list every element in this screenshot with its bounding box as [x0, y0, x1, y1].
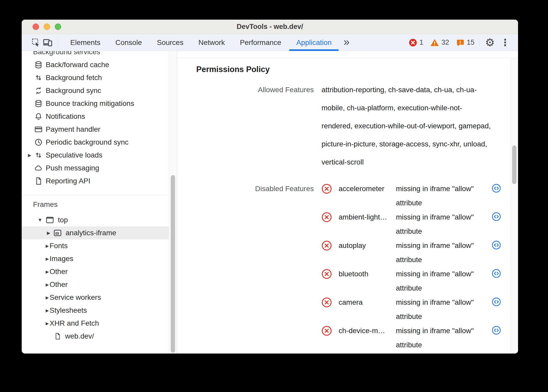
- settings-gear-icon[interactable]: ⚙: [482, 34, 498, 51]
- minimize-window-button[interactable]: [44, 23, 50, 30]
- expand-triangle-icon[interactable]: ▶: [45, 256, 50, 261]
- blocked-icon: [322, 326, 332, 336]
- tab-elements[interactable]: Elements: [63, 34, 107, 51]
- sidebar-item-label: Push messaging: [46, 164, 99, 172]
- frames-tree-item-other[interactable]: ▶Other: [22, 265, 169, 278]
- permissions-policy-panel: Permissions Policy Allowed Features attr…: [177, 51, 518, 354]
- tab-performance[interactable]: Performance: [233, 34, 288, 51]
- view-source-icon[interactable]: [492, 184, 501, 193]
- window-title: DevTools - web.dev/: [22, 23, 518, 31]
- view-source-icon[interactable]: [492, 297, 501, 307]
- error-badge[interactable]: 1: [406, 38, 425, 47]
- frames-tree-item-service-workers[interactable]: ▶Service workers: [22, 291, 169, 304]
- frames-tree-item-web-dev-[interactable]: web.dev/: [22, 330, 169, 343]
- permissions-report: Allowed Features attribution-reporting, …: [196, 81, 511, 354]
- tab-sources[interactable]: Sources: [150, 34, 190, 51]
- sidebar-item-reporting-api[interactable]: Reporting API: [22, 175, 169, 187]
- sidebar-item-speculative-loads[interactable]: ▶Speculative loads: [22, 149, 169, 162]
- feature-name: ambient-light…: [339, 210, 396, 224]
- frames-tree-item-fonts[interactable]: ▶Fonts: [22, 239, 169, 252]
- database-icon: [34, 60, 43, 69]
- toolbar-divider: [479, 38, 479, 47]
- blocked-icon: [322, 184, 332, 194]
- tab-label: Sources: [157, 38, 183, 47]
- blocked-icon: [322, 269, 332, 279]
- panel-scrollbar[interactable]: [510, 58, 518, 354]
- sidebar-item-push-messaging[interactable]: Push messaging: [22, 162, 169, 175]
- sidebar-item-background-sync[interactable]: Background sync: [22, 84, 169, 97]
- sidebar-item-payment-handler[interactable]: Payment handler: [22, 123, 169, 136]
- expand-triangle-icon[interactable]: ▶: [45, 321, 50, 326]
- view-source-icon[interactable]: [492, 269, 501, 278]
- disabled-features-list: accelerometermissing in iframe "allow" a…: [322, 182, 511, 354]
- view-source-icon[interactable]: [492, 326, 501, 335]
- toolbar-divider: [58, 38, 58, 47]
- device-toolbar-icon[interactable]: [42, 34, 53, 51]
- collapse-triangle-icon[interactable]: ▼: [37, 217, 43, 223]
- tab-label: Performance: [240, 38, 281, 47]
- expand-triangle-icon[interactable]: ▶: [45, 308, 50, 313]
- feature-status: missing in iframe "allow" attribute: [396, 182, 474, 210]
- view-source-icon[interactable]: [492, 212, 501, 221]
- close-window-button[interactable]: [33, 23, 39, 30]
- issues-icon: [456, 38, 465, 47]
- sidebar-item-back-forward-cache[interactable]: Back/forward cache: [22, 58, 169, 71]
- sidebar-item-notifications[interactable]: Notifications: [22, 110, 169, 123]
- sidebar-item-label: Notifications: [46, 112, 85, 121]
- warning-count: 32: [441, 38, 449, 46]
- frames-tree-item-stylesheets[interactable]: ▶Stylesheets: [22, 304, 169, 317]
- expand-triangle-icon[interactable]: ▶: [28, 153, 34, 158]
- page-title: Permissions Policy: [196, 65, 511, 74]
- kebab-menu-icon[interactable]: ⋮: [498, 34, 512, 51]
- window-titlebar: DevTools - web.dev/: [22, 20, 518, 34]
- expand-triangle-icon[interactable]: ▶: [45, 269, 50, 274]
- tab-label: Application: [296, 38, 332, 47]
- devtools-window: DevTools - web.dev/ ElementsConsoleSourc…: [22, 20, 518, 354]
- sidebar-item-background-fetch[interactable]: Background fetch: [22, 71, 169, 84]
- disabled-feature-row: cameramissing in iframe "allow" attribut…: [322, 295, 511, 324]
- devtools-body: Background services Back/forward cacheBa…: [22, 51, 518, 354]
- tab-console[interactable]: Console: [108, 34, 149, 51]
- expand-triangle-icon[interactable]: ▶: [45, 295, 50, 300]
- sidebar-item-label: Bounce tracking mitigations: [46, 99, 134, 108]
- issue-count: 15: [467, 38, 474, 46]
- tab-label: Elements: [70, 38, 100, 47]
- sidebar-section-divider: [22, 195, 169, 195]
- frames-tree-item-top[interactable]: ▼ top: [22, 214, 169, 226]
- frames-tree-item-analytics-iframe[interactable]: ▶ analytics-iframe: [22, 226, 169, 239]
- panel-scrollbar-thumb[interactable]: [512, 145, 516, 184]
- more-tabs-icon[interactable]: [339, 34, 354, 51]
- sync-icon: [34, 86, 43, 95]
- tab-network[interactable]: Network: [191, 34, 232, 51]
- expand-triangle-icon[interactable]: ▶: [45, 282, 50, 287]
- warning-badge[interactable]: 32: [428, 38, 451, 47]
- tab-application[interactable]: Application: [289, 34, 339, 51]
- blocked-icon: [322, 240, 332, 251]
- tab-label: Console: [115, 38, 142, 47]
- sidebar-item-periodic-background-sync[interactable]: Periodic background sync: [22, 136, 169, 149]
- feature-status: missing in iframe "allow" attribute: [396, 295, 474, 324]
- frames-tree-item-other[interactable]: ▶Other: [22, 278, 169, 291]
- feature-name: bluetooth: [339, 267, 396, 281]
- view-source-icon[interactable]: [492, 240, 501, 250]
- blocked-icon: [322, 297, 332, 308]
- issues-badge[interactable]: 15: [454, 38, 476, 47]
- inspect-icon[interactable]: [30, 34, 42, 51]
- sidebar-item-bounce-tracking-mitigations[interactable]: Bounce tracking mitigations: [22, 97, 169, 110]
- disabled-features-label: Disabled Features: [196, 182, 314, 354]
- blocked-icon: [322, 212, 332, 222]
- tree-item-label: XHR and Fetch: [50, 319, 99, 327]
- sidebar-scrollbar[interactable]: [169, 51, 177, 354]
- sidebar-scrollbar-thumb[interactable]: [171, 175, 175, 353]
- sidebar-item-label: Background fetch: [46, 74, 102, 82]
- frames-tree-item-xhr-and-fetch[interactable]: ▶XHR and Fetch: [22, 317, 169, 330]
- devtools-toolbar: ElementsConsoleSourcesNetworkPerformance…: [22, 34, 518, 51]
- expand-triangle-icon[interactable]: ▶: [45, 244, 50, 248]
- panel-header-strip: [177, 51, 518, 58]
- zoom-window-button[interactable]: [55, 23, 61, 30]
- tree-item-label: Fonts: [50, 242, 68, 250]
- expand-triangle-icon[interactable]: ▶: [46, 230, 51, 236]
- error-count: 1: [419, 38, 423, 46]
- frames-tree-item-images[interactable]: ▶Images: [22, 252, 169, 265]
- tree-item-label: top: [58, 216, 68, 224]
